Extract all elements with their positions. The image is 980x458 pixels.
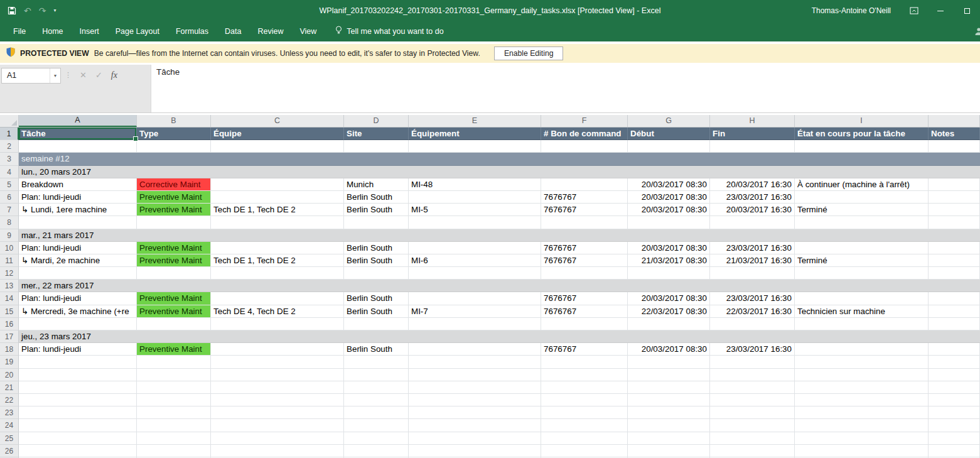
cell-H23[interactable] (710, 406, 795, 419)
cell-A10[interactable]: Plan: lundi-jeudi (19, 242, 137, 254)
row-number-2[interactable]: 2 (0, 140, 19, 153)
cell-D24[interactable] (344, 419, 409, 432)
row-number-1[interactable]: 1 (0, 128, 19, 140)
column-header-H[interactable]: H (710, 115, 795, 127)
cell-B20[interactable] (137, 369, 211, 381)
cell-E16[interactable] (409, 318, 541, 330)
row-number-12[interactable]: 12 (0, 267, 19, 280)
cell-E2[interactable] (409, 140, 541, 153)
cell-E1[interactable]: Équipement (409, 128, 541, 140)
week-label-row-3[interactable]: semaine #12 (19, 153, 980, 165)
row-number-23[interactable]: 23 (0, 406, 19, 419)
cell-D5[interactable]: Munich (344, 178, 409, 191)
cell-H20[interactable] (710, 369, 795, 381)
cell-J12[interactable] (929, 267, 980, 280)
cell-F2[interactable] (541, 140, 628, 153)
cell-I2[interactable] (795, 140, 929, 153)
row-number-13[interactable]: 13 (0, 280, 19, 292)
cell-J7[interactable] (929, 204, 980, 216)
share-icon[interactable] (974, 27, 980, 38)
cell-D2[interactable] (344, 140, 409, 153)
cell-I26[interactable] (795, 445, 929, 457)
cell-C11[interactable]: Tech DE 1, Tech DE 2 (211, 254, 344, 267)
cell-B11[interactable]: Preventive Maint (137, 254, 211, 267)
cell-J2[interactable] (929, 140, 980, 153)
cell-G8[interactable] (628, 216, 710, 229)
row-number-5[interactable]: 5 (0, 178, 19, 191)
column-header-partial[interactable] (929, 115, 980, 127)
column-header-E[interactable]: E (409, 115, 541, 127)
ribbon-tab-insert[interactable]: Insert (72, 22, 107, 41)
cell-H11[interactable]: 21/03/2017 16:30 (710, 254, 795, 267)
cell-H21[interactable] (710, 381, 795, 394)
row-number-6[interactable]: 6 (0, 191, 19, 204)
cell-F26[interactable] (541, 445, 628, 457)
cell-H22[interactable] (710, 394, 795, 406)
cell-J24[interactable] (929, 419, 980, 432)
cell-D15[interactable]: Berlin South (344, 305, 409, 318)
cell-J25[interactable] (929, 432, 980, 445)
cell-D23[interactable] (344, 406, 409, 419)
cell-B21[interactable] (137, 381, 211, 394)
undo-icon[interactable]: ↶ (24, 6, 31, 15)
cell-F18[interactable]: 7676767 (541, 343, 628, 356)
customize-qat-icon[interactable]: ▾ (53, 8, 56, 13)
cell-F1[interactable]: # Bon de command (541, 128, 628, 140)
cell-G23[interactable] (628, 406, 710, 419)
cell-D8[interactable] (344, 216, 409, 229)
cell-D16[interactable] (344, 318, 409, 330)
cell-B16[interactable] (137, 318, 211, 330)
cell-F19[interactable] (541, 356, 628, 368)
formula-input[interactable]: Tâche (151, 65, 980, 112)
cell-E15[interactable]: MI-7 (409, 305, 541, 318)
insert-function-icon[interactable]: fx (107, 68, 122, 80)
cell-J16[interactable] (929, 318, 980, 330)
cell-J18[interactable] (929, 343, 980, 356)
cell-E18[interactable] (409, 343, 541, 356)
cell-G21[interactable] (628, 381, 710, 394)
cell-G22[interactable] (628, 394, 710, 406)
cell-F15[interactable]: 7676767 (541, 305, 628, 318)
cell-E11[interactable]: MI-6 (409, 254, 541, 267)
enter-icon[interactable]: ✓ (91, 68, 107, 80)
cell-I10[interactable] (795, 242, 929, 254)
cell-B2[interactable] (137, 140, 211, 153)
cell-E26[interactable] (409, 445, 541, 457)
row-number-9[interactable]: 9 (0, 229, 19, 242)
cell-A16[interactable] (19, 318, 137, 330)
cell-B24[interactable] (137, 419, 211, 432)
cell-G6[interactable]: 20/03/2017 08:30 (628, 191, 710, 204)
cell-I23[interactable] (795, 406, 929, 419)
cell-H16[interactable] (710, 318, 795, 330)
cell-D26[interactable] (344, 445, 409, 457)
ribbon-tab-review[interactable]: Review (249, 22, 291, 41)
row-number-3[interactable]: 3 (0, 153, 19, 165)
cell-B12[interactable] (137, 267, 211, 280)
cell-G11[interactable]: 21/03/2017 08:30 (628, 254, 710, 267)
account-name[interactable]: Thomas-Antoine O'Neill (812, 6, 891, 15)
cell-A24[interactable] (19, 419, 137, 432)
column-header-I[interactable]: I (795, 115, 929, 127)
cell-D7[interactable]: Berlin South (344, 204, 409, 216)
row-number-18[interactable]: 18 (0, 343, 19, 356)
cell-C2[interactable] (211, 140, 344, 153)
cell-E5[interactable]: MI-48 (409, 178, 541, 191)
column-header-C[interactable]: C (211, 115, 344, 127)
row-number-24[interactable]: 24 (0, 419, 19, 432)
row-number-26[interactable]: 26 (0, 445, 19, 457)
cell-A26[interactable] (19, 445, 137, 457)
cell-B23[interactable] (137, 406, 211, 419)
cell-A20[interactable] (19, 369, 137, 381)
cell-I7[interactable]: Terminé (795, 204, 929, 216)
enable-editing-button[interactable]: Enable Editing (494, 46, 564, 60)
cell-G12[interactable] (628, 267, 710, 280)
column-header-G[interactable]: G (628, 115, 710, 127)
row-number-10[interactable]: 10 (0, 242, 19, 254)
cell-A25[interactable] (19, 432, 137, 445)
ribbon-tab-file[interactable]: File (5, 22, 34, 41)
cell-G10[interactable]: 20/03/2017 08:30 (628, 242, 710, 254)
cell-B22[interactable] (137, 394, 211, 406)
row-number-25[interactable]: 25 (0, 432, 19, 445)
tell-me[interactable]: Tell me what you want to do (327, 21, 451, 41)
cell-E8[interactable] (409, 216, 541, 229)
